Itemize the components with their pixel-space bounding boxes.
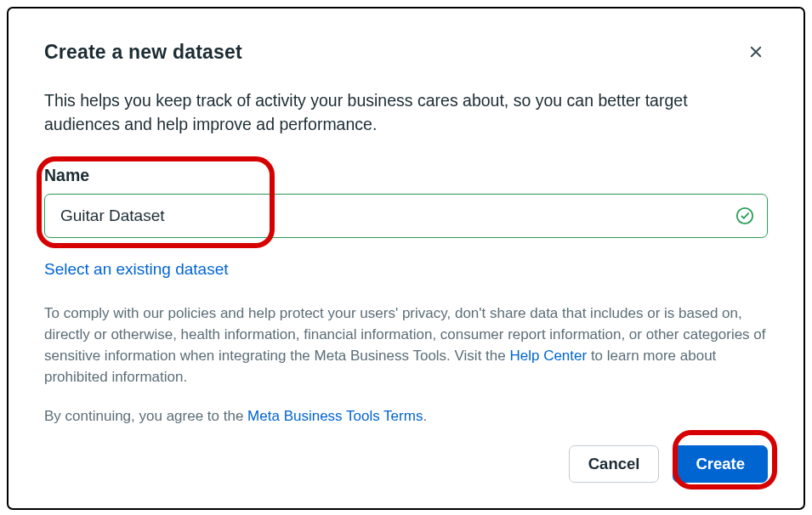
modal-subtitle: This helps you keep track of activity yo… — [44, 88, 758, 137]
svg-point-2 — [737, 207, 752, 223]
create-button[interactable]: Create — [673, 445, 768, 483]
meta-terms-link[interactable]: Meta Business Tools Terms — [247, 408, 423, 424]
modal-title: Create a new dataset — [44, 41, 242, 64]
create-dataset-modal: Create a new dataset This helps you keep… — [7, 7, 805, 510]
terms-prefix: By continuing, you agree to the — [44, 408, 247, 424]
cancel-button[interactable]: Cancel — [569, 445, 660, 483]
terms-text: By continuing, you agree to the Meta Bus… — [44, 408, 768, 425]
modal-footer: Cancel Create — [44, 445, 768, 483]
select-existing-dataset-link[interactable]: Select an existing dataset — [44, 260, 229, 279]
input-valid-check-icon — [735, 207, 754, 225]
close-icon — [748, 44, 764, 62]
terms-suffix: . — [423, 408, 427, 424]
close-button[interactable] — [744, 41, 768, 65]
dataset-name-input[interactable] — [44, 194, 768, 238]
help-center-link[interactable]: Help Center — [509, 348, 587, 364]
name-field-label: Name — [44, 166, 768, 185]
policy-text: To comply with our policies and help pro… — [44, 303, 768, 388]
